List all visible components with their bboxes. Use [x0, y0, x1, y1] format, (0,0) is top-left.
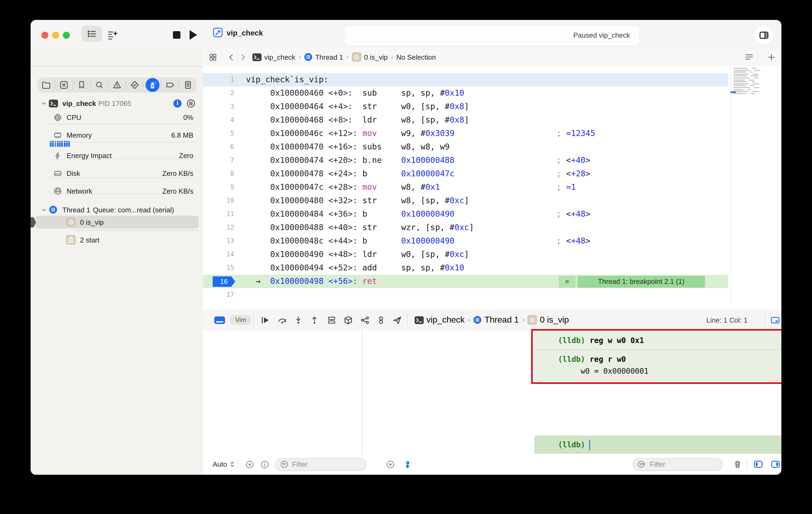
line-number[interactable]: 13	[203, 235, 234, 248]
breakpoint-hit-badge[interactable]: Thread 1: breakpoint 2.1 (1)	[577, 275, 705, 288]
navigator-tab-bookmark[interactable]	[73, 77, 91, 92]
console-row-1[interactable]: (lldb) reg w w0 0x1	[534, 331, 781, 350]
breadcrumb[interactable]: vip_check›Thread 1›⚙0 is_vip›No Selectio…	[253, 52, 436, 62]
code-line-1[interactable]: 1vip_check`is_vip:	[203, 73, 728, 86]
step-out-button[interactable]	[309, 310, 320, 330]
code-line-2[interactable]: 2 0x100000460 <+0>: sub sp, sp, #0x10	[203, 86, 728, 100]
line-number[interactable]: 15	[203, 261, 234, 275]
line-number[interactable]: 4	[203, 113, 234, 127]
breadcrumb-item-thread-1[interactable]: Thread 1	[473, 315, 519, 325]
navigator-tab-report[interactable]	[179, 77, 197, 92]
console-scope-button[interactable]	[403, 454, 412, 475]
performance-gauge-icon[interactable]	[173, 99, 182, 108]
pause-circle-icon[interactable]	[186, 99, 196, 108]
line-number[interactable]: 6	[203, 140, 234, 154]
step-over-button[interactable]	[277, 310, 287, 330]
simulate-location-button[interactable]	[392, 310, 402, 330]
code-line-8[interactable]: 8 0x100000478 <+24>: b 0x10000047c ; <+2…	[203, 167, 728, 181]
line-number[interactable]: 11	[203, 208, 234, 221]
navigator-tab-grid-x[interactable]	[55, 77, 73, 92]
show-values-eye-button[interactable]	[245, 454, 255, 475]
debug-area-divider[interactable]	[362, 330, 362, 475]
code-line-9[interactable]: 9 0x10000047c <+28>: mov w8, #0x1 ; =1	[203, 181, 728, 194]
thread-row[interactable]: Thread 1 Queue: com...read (serial)	[31, 203, 203, 216]
lldb-prompt-row[interactable]: (lldb)	[534, 435, 781, 454]
breakpoint-actions-icon[interactable]: ≡	[558, 275, 576, 288]
stop-button[interactable]	[173, 31, 180, 39]
zoom-window-button[interactable]	[63, 31, 69, 38]
forward-button[interactable]	[238, 48, 248, 66]
lldb-console-output[interactable]: (lldb) reg w w0 0x1(lldb) reg r w0 w0 = …	[534, 331, 781, 381]
breadcrumb-item-no-selection[interactable]: No Selection	[396, 53, 436, 61]
line-number[interactable]: 7	[203, 154, 234, 167]
line-number[interactable]: 3	[203, 100, 234, 113]
navigator-tab-folder[interactable]	[37, 77, 55, 92]
code-line-6[interactable]: 6 0x100000470 <+16>: subs w8, w8, w9	[203, 140, 728, 154]
breadcrumb-item-thread-1[interactable]: Thread 1	[304, 53, 343, 61]
chevron-down-icon[interactable]	[40, 100, 48, 107]
navigator-tab-spray-debug[interactable]	[144, 77, 162, 92]
hide-debug-area-button[interactable]	[214, 310, 226, 330]
minimap[interactable]	[730, 68, 781, 100]
toggle-inspector-button[interactable]	[754, 25, 773, 45]
line-number[interactable]: 8	[203, 167, 234, 181]
breadcrumb-item-0-is_vip[interactable]: ⚙0 is_vip	[527, 315, 569, 325]
project-title[interactable]: vip_check	[213, 27, 263, 38]
info-button[interactable]	[260, 454, 269, 475]
editor-assistant-button[interactable]	[106, 28, 119, 42]
step-into-button[interactable]	[293, 310, 303, 330]
code-line-13[interactable]: 13 0x10000048c <+44>: b 0x100000490 ; <+…	[203, 235, 728, 248]
console-row-2[interactable]: (lldb) reg r w0 w0 = 0x00000001	[534, 350, 781, 381]
view-hierarchy-button[interactable]	[343, 310, 353, 330]
code-line-4[interactable]: 4 0x100000468 <+8>: ldr w8, [sp, #0x8]	[203, 113, 728, 127]
debug-view-button[interactable]	[326, 310, 337, 330]
variables-scope-select[interactable]: Auto	[213, 454, 236, 475]
code-line-15[interactable]: 15 0x100000494 <+52>: add sp, sp, #0x10	[203, 261, 728, 275]
line-number[interactable]: 12	[203, 221, 234, 235]
memory-graph-button[interactable]	[360, 310, 370, 330]
minimize-window-button[interactable]	[52, 31, 59, 38]
breadcrumb-item-0-is_vip[interactable]: ⚙0 is_vip	[352, 52, 388, 62]
line-number[interactable]: 17	[203, 288, 234, 302]
console-mode-button[interactable]	[770, 310, 780, 330]
run-button[interactable]	[190, 30, 197, 40]
line-number[interactable]: 1	[203, 73, 234, 86]
stat-row-cpu[interactable]: CPU0%	[31, 111, 203, 124]
line-number[interactable]: 10	[203, 194, 234, 208]
stat-row-memory[interactable]: Memory6.8 MB	[31, 129, 203, 141]
environment-overrides-button[interactable]	[376, 310, 386, 330]
back-button[interactable]	[227, 48, 236, 66]
line-number[interactable]: 5	[203, 127, 234, 140]
close-window-button[interactable]	[41, 31, 48, 38]
navigator-tab-diamond-check[interactable]	[126, 77, 144, 92]
navigator-tab-warning[interactable]	[108, 77, 126, 92]
code-line-17[interactable]: 17	[203, 288, 728, 302]
editor-options-button[interactable]	[744, 48, 754, 66]
navigator-tab-tag[interactable]	[161, 77, 179, 92]
stat-row-network[interactable]: NetworkZero KB/s	[31, 184, 203, 197]
related-items-button[interactable]	[208, 48, 218, 66]
vim-mode-badge[interactable]: Vim	[230, 310, 252, 330]
disassembly-editor[interactable]: 1vip_check`is_vip:2 0x100000460 <+0>: su…	[203, 66, 781, 310]
process-row[interactable]: vip_check PID 17065	[31, 97, 203, 110]
variables-filter-field[interactable]: Filter	[275, 454, 366, 475]
debug-breadcrumb[interactable]: vip_check›Thread 1›⚙0 is_vip	[414, 315, 569, 325]
code-line-7[interactable]: 7 0x100000474 <+20>: b.ne 0x100000488 ; …	[203, 154, 728, 167]
line-number[interactable]: 9	[203, 181, 234, 194]
breakpoint-badge[interactable]: 16	[213, 276, 235, 287]
code-line-11[interactable]: 11 0x100000484 <+36>: b 0x100000490 ; <+…	[203, 208, 728, 221]
show-console-panel-button[interactable]	[770, 454, 781, 475]
code-line-16[interactable]: 16 → 0x100000498 <+56>: ret≡Thread 1: br…	[203, 275, 728, 288]
console-eye-button[interactable]	[385, 454, 395, 475]
navigator-tab-search[interactable]	[90, 77, 108, 92]
toggle-navigator-button[interactable]	[82, 26, 102, 42]
code-line-5[interactable]: 5 0x10000046c <+12>: mov w9, #0x3039 ; =…	[203, 127, 728, 140]
line-number[interactable]: 2	[203, 86, 234, 100]
breadcrumb-item-vip_check[interactable]: vip_check	[253, 53, 295, 61]
chevron-down-icon[interactable]	[40, 206, 48, 213]
show-variables-panel-button[interactable]	[753, 454, 764, 475]
breadcrumb-item-vip_check[interactable]: vip_check	[414, 315, 465, 325]
line-number[interactable]: 14	[203, 248, 234, 261]
code-line-10[interactable]: 10 0x100000480 <+32>: str w8, [sp, #0xc]	[203, 194, 728, 208]
code-line-14[interactable]: 14 0x100000490 <+48>: ldr w0, [sp, #0xc]	[203, 248, 728, 261]
